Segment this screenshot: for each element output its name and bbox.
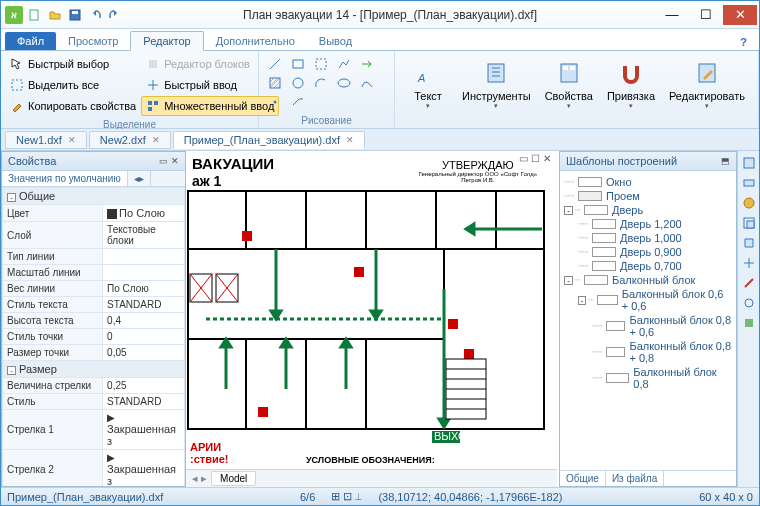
svg-rect-16 [488, 64, 504, 82]
vtool-8-icon[interactable] [741, 295, 757, 311]
line-tool-icon[interactable] [266, 55, 284, 73]
right-toolbar [737, 151, 759, 487]
edit-button-label: Редактировать [669, 90, 745, 102]
vtool-9-icon[interactable] [741, 315, 757, 331]
props-button[interactable]: Свойства▾ [538, 55, 600, 115]
quick-input-label: Быстрый ввод [164, 79, 237, 91]
ellipse-tool-icon[interactable] [335, 74, 353, 92]
status-coords: (38,10712; 40,04866; -1,17966E-182) [378, 491, 562, 503]
svg-point-12 [293, 78, 303, 88]
svg-rect-4 [149, 60, 157, 68]
svg-rect-10 [316, 59, 326, 69]
doctab-new2[interactable]: New2.dxf✕ [89, 131, 171, 149]
svg-rect-64 [744, 180, 754, 186]
block-editor-label: Редактор блоков [164, 58, 250, 70]
approval-block: УТВЕРЖДАЮ Генеральный директор ООО «Софт… [419, 159, 537, 183]
vtool-3-icon[interactable] [741, 195, 757, 211]
quick-select-button[interactable]: Быстрый выбор [5, 54, 141, 74]
arrow-tool-icon[interactable] [358, 55, 376, 73]
qat-new-icon[interactable] [26, 6, 44, 24]
text-button[interactable]: AТекст▾ [401, 55, 455, 115]
svg-rect-54 [464, 349, 474, 359]
point-tool-icon[interactable] [266, 93, 284, 111]
rect-tool-icon[interactable] [289, 55, 307, 73]
templates-tab-file[interactable]: Из файла [606, 471, 664, 486]
help-icon[interactable]: ? [736, 34, 751, 50]
svg-point-68 [745, 299, 753, 307]
circle-tool-icon[interactable] [289, 74, 307, 92]
vtool-6-icon[interactable] [741, 255, 757, 271]
qat-save-icon[interactable] [66, 6, 84, 24]
legend-title: УСЛОВНЫЕ ОБОЗНАЧЕНИЯ: [306, 455, 435, 465]
tab-output[interactable]: Вывод [307, 32, 364, 50]
svg-rect-5 [148, 101, 152, 105]
snap-button[interactable]: Привязка▾ [600, 55, 662, 115]
maximize-button[interactable]: ☐ [689, 5, 723, 25]
leader-tool-icon[interactable] [289, 93, 307, 111]
property-grid[interactable]: -Общие ЦветПо Слою СлойТекстовые блоки Т… [2, 187, 185, 486]
edit-button[interactable]: Редактировать▾ [662, 55, 752, 115]
svg-point-65 [744, 198, 754, 208]
tools-button[interactable]: Инструменты▾ [455, 55, 538, 115]
svg-rect-6 [154, 101, 158, 105]
tab-view[interactable]: Просмотр [56, 32, 130, 50]
panel-collapse-icon[interactable]: ▭ ✕ [159, 156, 179, 166]
svg-line-8 [270, 59, 280, 69]
plan-title: ВАКУАЦИИ [192, 155, 274, 172]
spline-tool-icon[interactable] [358, 74, 376, 92]
vtool-1-icon[interactable] [741, 155, 757, 171]
tab-extra[interactable]: Дополнительно [204, 32, 307, 50]
panel-collapse-icon[interactable]: ⬒ [721, 156, 730, 166]
hatch-tool-icon[interactable] [266, 74, 284, 92]
tab-file[interactable]: Файл [5, 32, 56, 50]
text-button-label: Текст [414, 90, 442, 102]
status-snap-icon[interactable]: ⊞ ⊡ ⟂ [331, 490, 362, 503]
status-dimensions: 60 x 40 x 0 [699, 491, 753, 503]
svg-rect-52 [258, 407, 268, 417]
vtool-2-icon[interactable] [741, 175, 757, 191]
draw-group-label: Рисование [263, 113, 390, 128]
snap-button-label: Привязка [607, 90, 655, 102]
svg-rect-50 [242, 231, 252, 241]
multi-input-label: Множественный ввод [164, 100, 274, 112]
doctab-new1[interactable]: New1.dxf✕ [5, 131, 87, 149]
vtool-4-icon[interactable] [741, 215, 757, 231]
copy-props-button[interactable]: Копировать свойства [5, 96, 141, 116]
close-tab-icon[interactable]: ✕ [152, 135, 160, 145]
props-tab-more[interactable]: ◂▸ [128, 171, 151, 186]
app-logo: א [5, 6, 23, 24]
svg-rect-2 [72, 11, 78, 14]
svg-point-13 [338, 79, 350, 87]
doctab-example[interactable]: Пример_(План_эвакуации).dxf✕ [173, 131, 365, 149]
polyline-tool-icon[interactable] [335, 55, 353, 73]
arc-tool-icon[interactable] [312, 74, 330, 92]
drawing-canvas[interactable]: ▭ ☐ ✕ ВАКУАЦИИ аж 1 УТВЕРЖДАЮ Генеральны… [186, 151, 557, 469]
vtool-7-icon[interactable] [741, 275, 757, 291]
svg-rect-23 [699, 64, 715, 82]
template-tree[interactable]: ┈┈Окно ┈┈Проем -┈Дверь ┈┈Дверь 1,200 ┈┈Д… [560, 171, 736, 470]
svg-rect-7 [148, 107, 152, 111]
svg-rect-0 [30, 10, 38, 20]
svg-rect-22 [570, 66, 575, 70]
tab-editor[interactable]: Редактор [130, 31, 203, 51]
vtool-5-icon[interactable] [741, 235, 757, 251]
copy-props-label: Копировать свойства [28, 100, 136, 112]
select-all-button[interactable]: Выделить все [5, 75, 141, 95]
minimize-button[interactable]: — [655, 5, 689, 25]
props-tab-defaults[interactable]: Значения по умолчанию [2, 171, 128, 186]
qat-undo-icon[interactable] [86, 6, 104, 24]
templates-panel: Шаблоны построений⬒ ┈┈Окно ┈┈Проем -┈Две… [559, 151, 737, 487]
close-button[interactable]: ✕ [723, 5, 757, 25]
props-button-label: Свойства [545, 90, 593, 102]
close-tab-icon[interactable]: ✕ [68, 135, 76, 145]
poly-tool-icon[interactable] [312, 55, 330, 73]
qat-redo-icon[interactable] [106, 6, 124, 24]
svg-rect-21 [563, 66, 568, 70]
svg-rect-3 [12, 80, 22, 90]
templates-tab-common[interactable]: Общие [560, 471, 606, 486]
svg-rect-67 [747, 221, 754, 228]
model-tab[interactable]: Model [211, 471, 256, 486]
qat-open-icon[interactable] [46, 6, 64, 24]
close-tab-icon[interactable]: ✕ [346, 135, 354, 145]
templates-title: Шаблоны построений [566, 155, 677, 167]
